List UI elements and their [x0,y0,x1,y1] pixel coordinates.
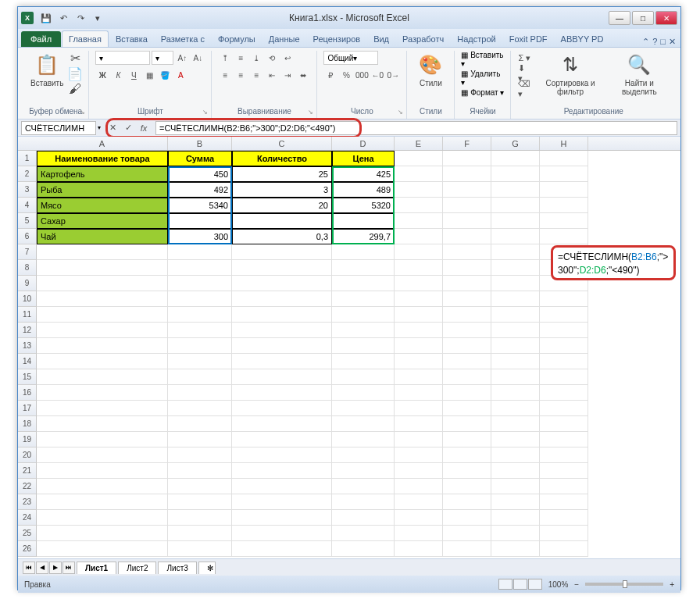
minimize-ribbon-icon[interactable]: ⌃ [642,37,649,47]
cell-b2[interactable]: 450 [168,166,232,182]
cell-d10[interactable] [332,291,395,307]
font-size-select[interactable]: ▾ [152,51,173,65]
cell-h12[interactable] [540,323,588,338]
cell-c7[interactable] [232,244,332,260]
cell-h10[interactable] [540,291,588,307]
cell-h14[interactable] [540,354,588,369]
inplace-formula-editor[interactable]: =СЧЁТЕСЛИМН(B2:B6;"> 300";D2:D6;"<490") [551,245,676,280]
cell-h26[interactable] [540,541,588,557]
cell-h19[interactable] [540,432,588,447]
row-header-17[interactable]: 17 [18,401,37,416]
cell-d20[interactable] [332,447,395,463]
cell-b22[interactable] [168,479,232,494]
zoom-slider[interactable] [585,583,663,586]
new-sheet-button[interactable]: ✻ [198,562,216,574]
cell-b10[interactable] [168,291,232,307]
row-header-12[interactable]: 12 [18,323,37,338]
row-header-26[interactable]: 26 [18,541,37,557]
cell-h2[interactable] [540,166,588,182]
cell-b24[interactable] [168,510,232,526]
cell-f10[interactable] [443,291,491,307]
cell-e25[interactable] [395,526,443,541]
cell-b26[interactable] [168,541,232,557]
tab-developer[interactable]: Разработч [396,31,450,47]
cell-e2[interactable] [395,166,443,182]
last-sheet-button[interactable]: ⏭ [62,562,75,574]
cell-b17[interactable] [168,401,232,416]
cell-b6[interactable]: 300 [168,229,232,244]
cell-h23[interactable] [540,494,588,510]
cell-c1[interactable]: Количество [232,151,332,166]
row-header-21[interactable]: 21 [18,463,37,479]
cell-d3[interactable]: 489 [332,182,395,198]
cell-f1[interactable] [443,151,491,166]
cell-f14[interactable] [443,354,491,369]
zoom-in-button[interactable]: + [670,580,674,589]
cell-d26[interactable] [332,541,395,557]
cell-a10[interactable] [37,291,168,307]
row-header-10[interactable]: 10 [18,291,37,307]
cell-h6[interactable] [540,229,588,244]
cell-g21[interactable] [491,463,540,479]
cell-a14[interactable] [37,354,168,369]
cell-c2[interactable]: 25 [232,166,332,182]
cell-a19[interactable] [37,432,168,447]
cell-b16[interactable] [168,385,232,401]
cell-g6[interactable] [491,229,540,244]
row-header-8[interactable]: 8 [18,260,37,276]
cell-f26[interactable] [443,541,491,557]
cell-g11[interactable] [491,307,540,323]
row-header-6[interactable]: 6 [18,229,37,244]
normal-view-button[interactable] [498,579,512,590]
align-right-button[interactable]: ≡ [249,68,263,82]
cell-g22[interactable] [491,479,540,494]
cell-c24[interactable] [232,510,332,526]
decrease-decimal-button[interactable]: 0→ [386,68,400,82]
cell-d4[interactable]: 5320 [332,198,395,213]
tab-insert[interactable]: Вставка [109,31,154,47]
cell-c26[interactable] [232,541,332,557]
cell-h15[interactable] [540,369,588,385]
help-icon[interactable]: ? [652,37,657,47]
cell-d17[interactable] [332,401,395,416]
next-sheet-button[interactable]: ▶ [49,562,62,574]
cell-a5[interactable]: Сахар [37,213,168,229]
row-header-16[interactable]: 16 [18,385,37,401]
cell-f6[interactable] [443,229,491,244]
cell-a22[interactable] [37,479,168,494]
cell-d12[interactable] [332,323,395,338]
cell-c21[interactable] [232,463,332,479]
cell-d22[interactable] [332,479,395,494]
cell-f17[interactable] [443,401,491,416]
cell-a6[interactable]: Чай [37,229,168,244]
cell-g2[interactable] [491,166,540,182]
cell-b15[interactable] [168,369,232,385]
cell-f23[interactable] [443,494,491,510]
cell-d25[interactable] [332,526,395,541]
cell-c17[interactable] [232,401,332,416]
align-top-button[interactable]: ⤒ [218,51,232,65]
bold-button[interactable]: Ж [95,68,109,82]
cell-h21[interactable] [540,463,588,479]
cell-d11[interactable] [332,307,395,323]
align-bottom-button[interactable]: ⤓ [249,51,263,65]
comma-button[interactable]: 000 [355,68,369,82]
cell-f2[interactable] [443,166,491,182]
cell-b5[interactable] [168,213,232,229]
cell-d15[interactable] [332,369,395,385]
wrap-button[interactable]: ↩ [280,51,295,65]
col-header-g[interactable]: G [491,137,540,150]
cell-e7[interactable] [395,244,443,260]
window-restore-icon[interactable]: □ [660,37,666,47]
border-button[interactable]: ▦ [142,68,156,82]
tab-data[interactable]: Данные [262,31,306,47]
prev-sheet-button[interactable]: ◀ [36,562,48,574]
cell-c23[interactable] [232,494,332,510]
row-header-23[interactable]: 23 [18,494,37,510]
paste-button[interactable]: 📋 Вставить [29,51,65,89]
cell-d8[interactable] [332,260,395,276]
cell-c10[interactable] [232,291,332,307]
row-header-14[interactable]: 14 [18,354,37,369]
cancel-formula-button[interactable]: ✕ [105,121,120,135]
font-family-select[interactable]: ▾ [95,51,150,65]
